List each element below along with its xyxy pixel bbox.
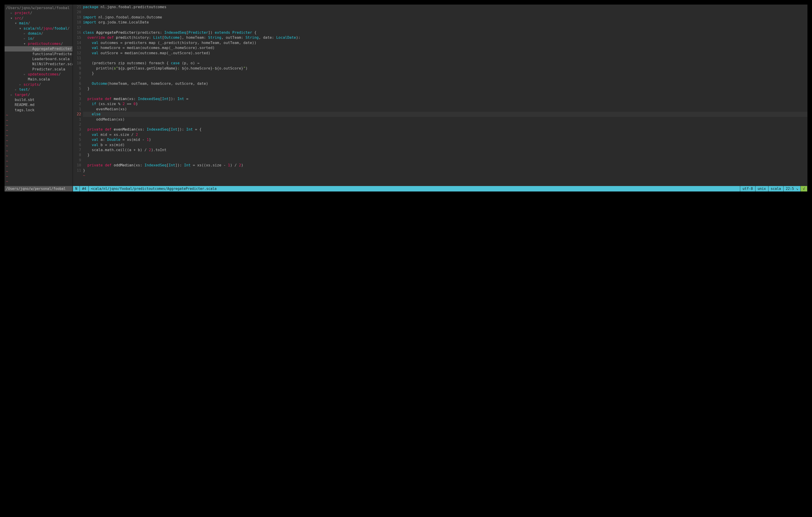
- tree-file-item[interactable]: functionalPredicter: [5, 52, 72, 57]
- code-line[interactable]: [83, 122, 807, 127]
- tilde-marker: ~: [5, 113, 72, 118]
- tree-file-item[interactable]: NilNilPredicter.sca: [5, 61, 72, 66]
- code-line[interactable]: [83, 9, 807, 15]
- tree-dir-item[interactable]: ▸ test/: [5, 87, 72, 92]
- tilde-marker: ~: [5, 123, 72, 128]
- line-number: 16: [73, 30, 81, 35]
- tilde-marker: ~: [5, 133, 72, 138]
- line-number: 22: [73, 112, 81, 117]
- code-line[interactable]: scala.math.ceil((a + b) / 2).toInt: [83, 147, 807, 152]
- line-number: 6: [73, 81, 81, 86]
- tree-root-path: /Users/jqno/w/personal/foobal: [5, 5, 72, 10]
- line-number: 14: [73, 40, 81, 46]
- tree-arrow-icon: ▸: [10, 11, 12, 15]
- code-line[interactable]: val a: Double = xs(mid - 1): [83, 137, 807, 142]
- line-number: 15: [73, 35, 81, 40]
- line-number: 10: [73, 61, 81, 66]
- tree-dir-item[interactable]: ▸ scripts/: [5, 82, 72, 87]
- tree-dir-item[interactable]: ▾ scala/nl/jqno/foobal/: [5, 26, 72, 31]
- tree-file-item[interactable]: Main.scala: [5, 77, 72, 82]
- tree-dir-item[interactable]: ▾ src/: [5, 16, 72, 21]
- status-file-format: unix: [755, 186, 768, 192]
- line-number: 7: [73, 76, 81, 81]
- code-line[interactable]: [83, 91, 807, 96]
- line-number: 8: [73, 71, 81, 76]
- code-line[interactable]: if (xs.size % 2 == 0): [83, 102, 807, 107]
- tree-file-item[interactable]: Leaderboard.scala: [5, 57, 72, 61]
- line-number: 12: [73, 51, 81, 56]
- code-line[interactable]: class AggregatePredicter(predicters: Ind…: [83, 30, 807, 35]
- line-number: 8: [73, 152, 81, 157]
- code-line[interactable]: private def median(xs: IndexedSeq[Int]):…: [83, 96, 807, 102]
- tree-dir-item[interactable]: ▸ io/: [5, 36, 72, 41]
- code-line[interactable]: package nl.jqno.foobal.predictoutcomes: [83, 5, 807, 9]
- line-number: 5: [73, 86, 81, 91]
- tilde-marker: ~: [5, 138, 72, 143]
- code-line[interactable]: (predicters zip outcomes) foreach { case…: [83, 61, 807, 66]
- tree-dir-item[interactable]: ▸ target/: [5, 92, 72, 97]
- code-line[interactable]: Outcome(homeTeam, outTeam, homeScore, ou…: [83, 81, 807, 86]
- line-number: 2: [73, 122, 81, 127]
- status-buffer-number: #4: [80, 186, 89, 192]
- tree-dir-item[interactable]: ▾ predictoutcomes/: [5, 41, 72, 46]
- tilde-marker: ~: [5, 153, 72, 159]
- code-line[interactable]: println(s"${p.getClass.getSimpleName}: $…: [83, 66, 807, 71]
- code-line[interactable]: import org.joda.time.LocalDate: [83, 20, 807, 25]
- line-number: 3: [73, 127, 81, 132]
- line-number-gutter: 2120191817161514131211109876543212212345…: [73, 5, 83, 186]
- code-line[interactable]: val b = xs(mid): [83, 142, 807, 147]
- line-number: 3: [73, 96, 81, 102]
- tree-file-item[interactable]: build.sbt: [5, 97, 72, 102]
- line-number: 5: [73, 137, 81, 142]
- line-number: 7: [73, 147, 81, 152]
- tree-file-item[interactable]: AggregatePredicter.: [5, 46, 72, 51]
- editor-window: /Users/jqno/w/personal/foobal ▸ project/…: [5, 5, 807, 192]
- code-line[interactable]: [83, 158, 807, 163]
- tree-dir-item[interactable]: ▸ domain/: [5, 31, 72, 36]
- tree-arrow-icon: ▸: [24, 36, 26, 40]
- code-line[interactable]: val mid = xs.size / 2: [83, 132, 807, 137]
- code-line[interactable]: val outScore = median(outcomes.map(_.out…: [83, 51, 807, 56]
- code-content[interactable]: package nl.jqno.foobal.predictoutcomes i…: [83, 5, 807, 186]
- code-line[interactable]: }: [83, 152, 807, 157]
- line-number: 4: [73, 91, 81, 96]
- tree-arrow-icon: ▾: [15, 21, 17, 25]
- code-line[interactable]: else: [83, 112, 807, 117]
- tree-arrow-icon: ▸: [15, 87, 17, 92]
- tree-file-item[interactable]: Predicter.scala: [5, 67, 72, 72]
- code-editor-pane[interactable]: 2120191817161514131211109876543212212345…: [73, 5, 807, 186]
- line-number: 20: [73, 9, 81, 15]
- line-number: 2: [73, 102, 81, 107]
- tree-dir-item[interactable]: ▸ updateoutcomes/: [5, 72, 72, 77]
- status-bar: /Users/jqno/w/personal/foobal N #4 <cala…: [5, 186, 807, 192]
- line-number: 9: [73, 66, 81, 71]
- tree-dir-item[interactable]: ▾ main/: [5, 21, 72, 26]
- code-line[interactable]: [83, 76, 807, 81]
- code-line[interactable]: private def oddMedian(xs: IndexedSeq[Int…: [83, 163, 807, 168]
- code-line[interactable]: evenMedian(xs): [83, 107, 807, 112]
- code-line[interactable]: private def evenMedian(xs: IndexedSeq[In…: [83, 127, 807, 132]
- code-line[interactable]: oddMedian(xs): [83, 117, 807, 122]
- status-file-path: <cala/nl/jqno/foobal/predictoutcomes/Agg…: [89, 186, 740, 192]
- line-number: 10: [73, 163, 81, 168]
- line-number: 13: [73, 46, 81, 50]
- tree-dir-item[interactable]: ▸ project/: [5, 10, 72, 16]
- code-line[interactable]: }: [83, 86, 807, 91]
- code-line[interactable]: [83, 25, 807, 30]
- code-line[interactable]: [83, 56, 807, 61]
- status-syntax-check: √: [801, 186, 807, 192]
- file-tree-pane[interactable]: /Users/jqno/w/personal/foobal ▸ project/…: [5, 5, 73, 186]
- tilde-marker: ~: [5, 164, 72, 169]
- code-line[interactable]: val outcomes = predicters map (_.predict…: [83, 40, 807, 46]
- code-line[interactable]: import nl.jqno.foobal.domain.Outcome: [83, 15, 807, 20]
- code-line[interactable]: }: [83, 168, 807, 173]
- tree-file-item[interactable]: tags.lock: [5, 108, 72, 113]
- tree-file-item[interactable]: README.md: [5, 102, 72, 107]
- line-number: 1: [73, 107, 81, 112]
- tree-arrow-icon: ▸: [24, 31, 26, 35]
- main-area: /Users/jqno/w/personal/foobal ▸ project/…: [5, 5, 807, 186]
- code-line[interactable]: override def predict(history: List[Outco…: [83, 35, 807, 40]
- status-cursor-position: 22:5 ↘: [783, 186, 801, 192]
- code-line[interactable]: val homeScore = median(outcomes.map(_.ho…: [83, 46, 807, 50]
- code-line[interactable]: }: [83, 71, 807, 76]
